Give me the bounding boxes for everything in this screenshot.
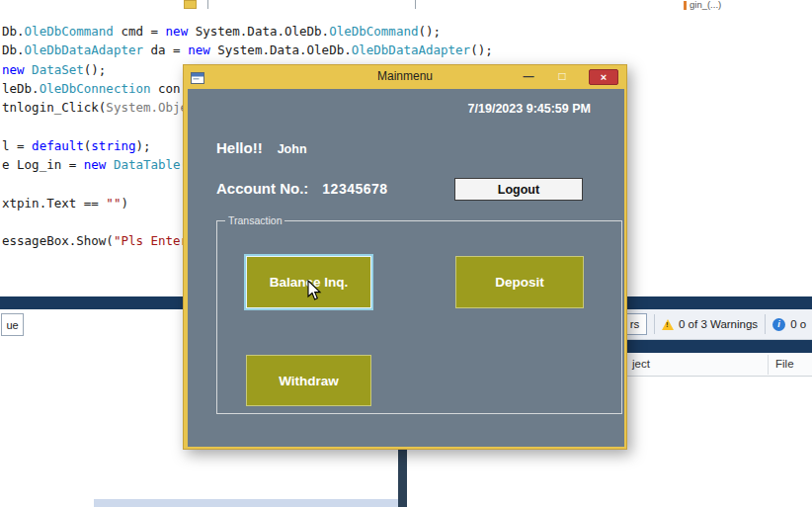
messages-toggle[interactable]: i 0 o	[772, 318, 806, 331]
maximize-button[interactable]: □	[549, 69, 575, 85]
value-dropdown-fragment[interactable]: ue	[1, 313, 24, 336]
warnings-label: 0 of 3 Warnings	[679, 318, 758, 330]
transaction-group: Transaction Balance Inq. Deposit Withdra…	[216, 214, 622, 414]
username-label: John	[278, 142, 307, 156]
panel-separator-band-2	[612, 340, 812, 353]
transaction-group-label: Transaction	[225, 214, 284, 226]
error-list-headers: ject File	[612, 353, 812, 377]
warning-icon	[662, 319, 674, 330]
warnings-toggle[interactable]: 0 of 3 Warnings	[662, 318, 758, 330]
greeting-label: Hello!!	[216, 139, 263, 156]
tab-divider	[207, 0, 208, 9]
tab-label: gin_(...)	[690, 0, 721, 10]
account-row: Account No.: 12345678	[216, 180, 388, 197]
titlebar[interactable]: Mainmenu — □ ×	[184, 65, 626, 89]
column-header-project[interactable]: ject	[632, 358, 650, 370]
editor-tab-strip: gin_(...)	[0, 0, 812, 10]
mouse-cursor	[307, 280, 322, 301]
error-list-toolbar: rs 0 of 3 Warnings i 0 o	[612, 309, 812, 340]
bottom-window-edge	[94, 499, 398, 507]
messages-label: 0 o	[790, 318, 806, 330]
logout-button[interactable]: Logout	[454, 178, 583, 201]
mainmenu-window: Mainmenu — □ × 7/19/2023 9:45:59 PM Hell…	[183, 64, 627, 450]
minimize-button[interactable]: —	[516, 69, 541, 85]
close-button[interactable]: ×	[589, 69, 618, 85]
withdraw-button[interactable]: Withdraw	[246, 355, 371, 406]
code-line: Db.OleDbCommand cmd = new System.Data.Ol…	[2, 22, 493, 41]
toolbar-divider	[654, 314, 655, 334]
modified-tab-indicator	[684, 1, 687, 10]
deposit-button[interactable]: Deposit	[455, 256, 584, 308]
account-number: 12345678	[322, 181, 387, 197]
account-label: Account No.:	[216, 180, 308, 197]
column-header-file[interactable]: File	[775, 358, 794, 370]
info-icon: i	[772, 318, 785, 331]
tab-icon-fragment	[184, 0, 197, 9]
tab-divider	[415, 0, 416, 9]
code-line: Db.OleDbDataAdapter da = new System.Data…	[2, 41, 493, 59]
greeting-row: Hello!! John	[216, 139, 307, 156]
column-divider[interactable]	[768, 355, 769, 375]
form-client-area: 7/19/2023 9:45:59 PM Hello!! John Accoun…	[188, 89, 624, 447]
code-tab[interactable]: gin_(...)	[684, 0, 721, 10]
toolbar-divider	[765, 314, 766, 334]
datetime-label: 7/19/2023 9:45:59 PM	[468, 102, 591, 116]
